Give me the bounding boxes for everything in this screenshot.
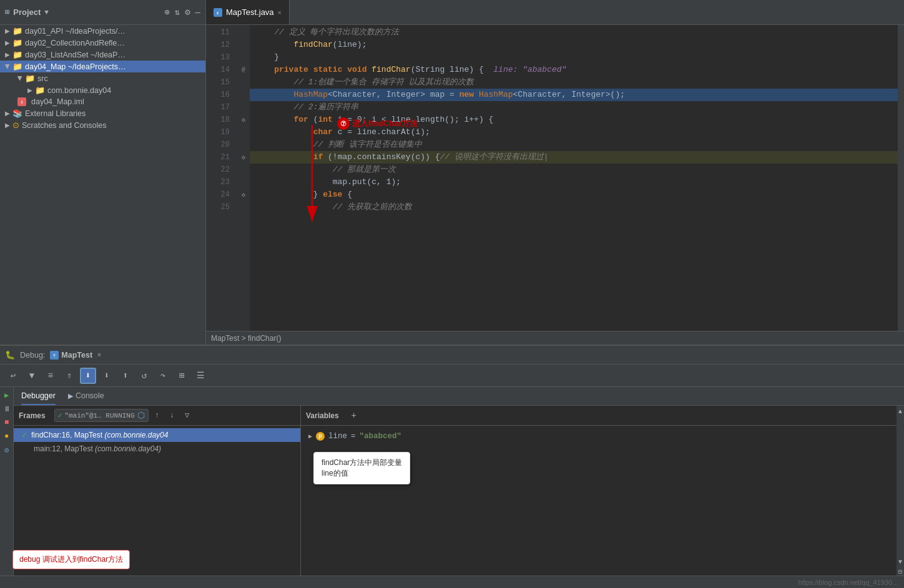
code-line-11: // 定义 每个字符出现次数的方法 xyxy=(250,26,898,39)
evaluate-button[interactable]: ↷ xyxy=(155,368,171,384)
editor-tab-maptest[interactable]: c MapTest.java × xyxy=(206,0,290,24)
thread-dropdown-icon: ⬡ xyxy=(137,410,145,421)
debug-tab-close[interactable]: × xyxy=(97,351,101,358)
debugger-tab[interactable]: Debugger xyxy=(21,387,56,405)
step-into-button[interactable]: ⬇ xyxy=(80,368,96,384)
scroll-bottom-button[interactable]: ⊟ xyxy=(898,568,902,576)
line-num-20: 20 xyxy=(206,139,232,151)
sidebar-item-scratches[interactable]: ▶ ⊙ Scratches and Consoles xyxy=(0,119,205,131)
package-folder-icon: 📁 xyxy=(35,86,45,95)
line-num-14: 14 xyxy=(206,64,232,76)
tree-item-label: day04_Map.iml xyxy=(31,97,84,106)
folder-icon: 📁 xyxy=(12,26,22,36)
tree-item-label: External Libraries xyxy=(25,109,86,118)
variables-view-button[interactable]: ☰ xyxy=(192,368,209,384)
pause-button[interactable]: ⏸ xyxy=(1,403,12,414)
tab-label: MapTest.java xyxy=(226,7,274,17)
frames-down-button[interactable]: ↓ xyxy=(166,409,179,422)
frame-label: main:12, MapTest (com.bonnie.day04) xyxy=(34,444,161,453)
collapse-icon: ▶ xyxy=(5,27,10,34)
tooltip-subtitle: line的值 xyxy=(322,468,402,479)
line-num-18: 18 xyxy=(206,114,232,126)
step-over-button[interactable]: ⇑ xyxy=(61,368,77,384)
frames-list: ✓ findChar:16, MapTest (com.bonnie.day04… xyxy=(14,426,300,576)
console-tab[interactable]: Console xyxy=(76,391,104,401)
tabs-bar: c MapTest.java × xyxy=(206,0,904,24)
code-lines[interactable]: // 定义 每个字符出现次数的方法 findChar(line); } priv… xyxy=(250,25,898,331)
settings-icon[interactable]: ⊕ xyxy=(164,7,169,17)
sidebar-item-day04[interactable]: ▶ 📁 day04_Map ~/IdeaProjects… xyxy=(0,61,205,72)
frame-item-main[interactable]: main:12, MapTest (com.bonnie.day04) xyxy=(14,442,300,456)
collapse-icon: ▶ xyxy=(27,87,32,94)
url-text: https://blog.csdn.net/qq_41930… xyxy=(798,579,899,586)
debug-icon: 🐛 xyxy=(5,350,15,360)
variable-item-line: ▶ p line = "ababced" xyxy=(308,431,889,442)
line-num-15: 15 xyxy=(206,76,232,89)
scroll-up-button[interactable]: ▲ xyxy=(898,408,902,415)
code-line-17: // 2:遍历字符串 xyxy=(250,101,898,114)
console-dropdown[interactable]: ▼ xyxy=(24,368,40,384)
debug-tab-maptest[interactable]: c MapTest × xyxy=(50,351,101,360)
line-num-21: 21 xyxy=(206,151,232,164)
project-title[interactable]: Project xyxy=(13,7,41,17)
add-variable-button[interactable]: + xyxy=(348,409,360,422)
code-line-21: if (!map.containsKey(c)) {// 说明这个字符没有出现过… xyxy=(250,151,898,164)
stop-button[interactable]: ■ xyxy=(1,417,12,428)
maptest-file-icon: c xyxy=(50,351,59,360)
frames-up-button[interactable]: ↑ xyxy=(151,409,164,422)
tab-close-button[interactable]: × xyxy=(278,9,282,16)
breadcrumb: MapTest > findChar() xyxy=(211,334,281,343)
frames-view-button[interactable]: ⊞ xyxy=(174,368,190,384)
sidebar-item-external-libs[interactable]: ▶ 📚 External Libraries xyxy=(0,107,205,119)
run-to-cursor-button[interactable]: ↺ xyxy=(136,368,152,384)
step-out-button[interactable]: ⬆ xyxy=(117,368,134,384)
thread-dropdown[interactable]: ✓ "main"@1… RUNNING ⬡ xyxy=(54,409,149,422)
iml-file-icon: i xyxy=(17,97,26,106)
variable-expand-icon[interactable]: ▶ xyxy=(308,433,312,440)
sidebar-item-com-bonnie[interactable]: ▶ 📁 com.bonnie.day04 xyxy=(0,84,205,96)
code-line-19: char c = line.charAt(i); xyxy=(250,126,898,139)
folder-icon: 📁 xyxy=(12,62,22,71)
scroll-down-button[interactable]: ▼ xyxy=(898,559,902,566)
sidebar-item-iml[interactable]: i day04_Map.iml xyxy=(0,96,205,107)
debug-header: 🐛 Debug: c MapTest × xyxy=(0,346,904,365)
tree-item-label: day02_CollectionAndRefle… xyxy=(25,39,125,47)
line-num-12: 12 xyxy=(206,39,232,51)
collapse-icon: ▶ xyxy=(4,64,11,69)
editor-gutter: @ ◇ ◇ ◇ xyxy=(237,25,250,331)
line-num-23: 23 xyxy=(206,176,232,189)
editor-content[interactable]: 11 12 13 14 15 16 17 18 19 20 21 22 23 2… xyxy=(206,25,904,331)
sidebar-item-day01[interactable]: ▶ 📁 day01_API ~/IdeaProjects/… xyxy=(0,25,205,37)
sidebar-item-day02[interactable]: ▶ 📁 day02_CollectionAndRefle… xyxy=(0,37,205,49)
editor-scrollbar[interactable] xyxy=(898,25,904,331)
debug-tab-label: MapTest xyxy=(61,351,92,360)
tree-item-label: Scratches and Consoles xyxy=(22,121,107,130)
force-step-into-button[interactable]: ⬇ xyxy=(99,368,115,384)
frame-item-findchar[interactable]: ✓ findChar:16, MapTest (com.bonnie.day04 xyxy=(14,428,300,442)
ext-libs-icon: 📚 xyxy=(12,109,22,118)
all-frames-button[interactable]: ≡ xyxy=(42,368,59,384)
line-num-11: 11 xyxy=(206,26,232,39)
layout-icon[interactable]: ⇅ xyxy=(175,7,180,17)
debug-title-label: Debug: xyxy=(20,351,45,360)
frames-filter-button[interactable]: ▽ xyxy=(181,409,194,422)
line-num-19: 19 xyxy=(206,126,232,139)
dropdown-icon[interactable]: ▼ xyxy=(44,9,49,16)
line-num-16: 16 xyxy=(206,89,232,101)
thread-label: "main"@1… RUNNING xyxy=(64,412,134,419)
collapse-icon: ▶ xyxy=(5,51,10,58)
debug-main-content: ▶ ⏸ ■ ● ⚙ Debugger ▶ Console Fram xyxy=(0,387,904,576)
frames-variables-container: Frames ✓ "main"@1… RUNNING ⬡ ↑ ↓ ▽ xyxy=(14,406,904,576)
scratches-icon: ⊙ xyxy=(12,120,19,130)
line-num-22: 22 xyxy=(206,164,232,176)
gear-icon[interactable]: ⚙ xyxy=(185,7,190,17)
sidebar-item-day03[interactable]: ▶ 📁 day03_ListAndSet ~/IdeaP… xyxy=(0,49,205,61)
settings-button[interactable]: ⚙ xyxy=(1,444,12,456)
resume-button[interactable]: ▶ xyxy=(1,390,12,401)
debug-area: 🐛 Debug: c MapTest × ↩ ▼ ≡ ⇑ ⬇ ⬇ ⬆ ↺ ↷ ⊞… xyxy=(0,345,904,576)
rerun-button[interactable]: ↩ xyxy=(5,368,21,384)
minimize-icon[interactable]: — xyxy=(195,7,200,17)
sidebar-item-src[interactable]: ▶ 📁 src xyxy=(0,72,205,84)
breakpoint-button[interactable]: ● xyxy=(1,431,12,442)
code-container: 11 12 13 14 15 16 17 18 19 20 21 22 23 2… xyxy=(206,25,904,331)
